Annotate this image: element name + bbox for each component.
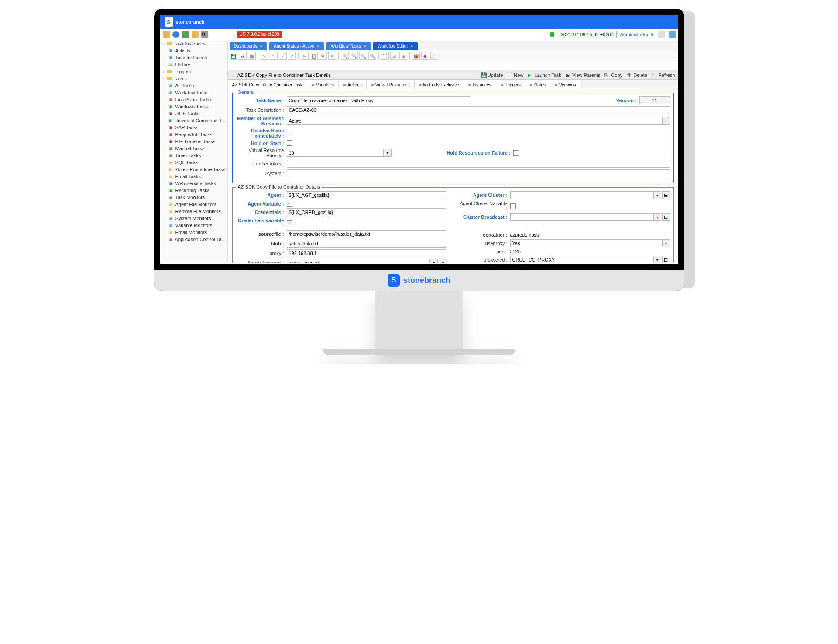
dropdown-icon[interactable]: ▾ <box>430 259 438 263</box>
picker-icon[interactable]: ⊞ <box>439 259 446 263</box>
tab-workflow-tasks[interactable]: Workflow Tasks× <box>326 42 371 50</box>
nav-task-item[interactable]: ▣All Tasks <box>160 82 227 89</box>
nav-task-inst[interactable]: ▣Task Instances <box>160 54 227 61</box>
action-update[interactable]: 💾Update <box>481 72 503 78</box>
nav-task-item[interactable]: ▣Workflow Tasks <box>160 89 227 96</box>
nav-task-item[interactable]: ▣Stored Procedure Tasks <box>160 166 227 173</box>
tb-zoomfit[interactable]: 🔍 <box>359 52 367 60</box>
nav-tasks[interactable]: −Tasks <box>160 75 227 82</box>
system-field[interactable] <box>287 169 670 177</box>
nav-task-item[interactable]: ▣Linux/Unix Tasks <box>160 96 227 103</box>
blob-field[interactable] <box>287 240 446 248</box>
tb-copy[interactable]: ⎘ <box>301 52 309 60</box>
subtab-notes[interactable]: Notes <box>525 80 550 90</box>
tb-line[interactable]: ╱ <box>279 52 287 60</box>
tb-save[interactable]: 💾 <box>230 52 237 60</box>
user-menu[interactable]: Administrator ▼ <box>620 32 655 37</box>
nav-task-item[interactable]: ▣Recurring Tasks <box>160 187 227 194</box>
action-launch[interactable]: ▶Launch Task <box>528 72 561 78</box>
tb-bundle[interactable]: ◆ <box>421 52 429 60</box>
nav-task-item[interactable]: ▣z/OS Tasks <box>160 110 227 117</box>
nav-task-item[interactable]: ▣Windows Tasks <box>160 103 227 110</box>
nav-task-item[interactable]: ▣System Monitors <box>160 215 227 222</box>
dropdown-icon[interactable]: ▾ <box>653 256 661 263</box>
subtab-actions[interactable]: Actions <box>339 80 367 90</box>
proxycred-field[interactable] <box>510 256 653 263</box>
icon-1[interactable] <box>163 31 170 38</box>
nav-task-item[interactable]: ▣Email Monitors <box>160 229 227 236</box>
picker-icon[interactable]: ⊞ <box>662 191 670 199</box>
action-parents[interactable]: ⊞View Parents <box>566 72 601 78</box>
tb-zoomout[interactable]: 🔍 <box>350 52 358 60</box>
tb-del[interactable]: ✕ <box>328 52 336 60</box>
action-new[interactable]: 📄New <box>507 72 523 78</box>
subtab-vr[interactable]: Virtual Resources <box>367 80 415 90</box>
hold-start-checkbox[interactable] <box>287 140 292 146</box>
nav-activity[interactable]: ▣Activity <box>160 47 227 54</box>
agent-field[interactable] <box>287 191 446 199</box>
close-icon[interactable]: × <box>364 44 366 48</box>
nav-task-item[interactable]: ▣Task Monitors <box>160 194 227 201</box>
member-field[interactable] <box>287 117 662 125</box>
tb-dup[interactable]: ⧉ <box>319 52 327 60</box>
agent-var-checkbox[interactable]: ✓ <box>287 201 292 207</box>
gear-icon[interactable]: ⚙ <box>201 31 208 38</box>
tb-cursor[interactable]: ↖ <box>261 52 268 60</box>
cluster-bc-field[interactable] <box>510 213 653 221</box>
nav-task-item[interactable]: ▣Application Control Ta... <box>160 236 227 243</box>
tb-fit[interactable]: ⛶ <box>381 52 389 60</box>
subtab-task[interactable]: AZ SDK Copy File to Container Task <box>228 80 308 90</box>
tb-tree[interactable]: ⊟ <box>390 52 398 60</box>
tb-paste[interactable]: 📋 <box>310 52 318 60</box>
tab-dashboards[interactable]: Dashboards× <box>230 42 267 50</box>
subtab-versions[interactable]: Versions <box>550 80 580 90</box>
subtab-instances[interactable]: Instances <box>464 80 496 90</box>
dropdown-icon[interactable]: ▾ <box>653 191 661 199</box>
task-desc-field[interactable] <box>287 106 670 114</box>
subtab-triggers[interactable]: Triggers <box>496 80 525 90</box>
resolve-checkbox[interactable] <box>287 131 292 136</box>
nav-triggers[interactable]: +Triggers <box>160 68 227 75</box>
creds-var-checkbox[interactable]: ✓ <box>287 220 292 226</box>
close-icon[interactable]: × <box>317 44 319 48</box>
tb-view[interactable]: ▦ <box>248 52 256 60</box>
tb-zoomin[interactable]: 🔍 <box>341 52 349 60</box>
nav-task-item[interactable]: ▣Timer Tasks <box>160 152 227 159</box>
azure-acc-field[interactable] <box>287 259 430 263</box>
tb-zoom100[interactable]: 🔍 <box>368 52 376 60</box>
nav-task-item[interactable]: ▣Web Service Tasks <box>160 180 227 187</box>
dropdown-icon[interactable]: ▾ <box>384 149 392 157</box>
tb-print[interactable]: 🖨 <box>239 52 247 60</box>
nav-task-item[interactable]: ▣Email Tasks <box>160 173 227 180</box>
nav-task-item[interactable]: ▣Universal Command T... <box>160 117 227 124</box>
close-icon[interactable]: × <box>260 44 262 48</box>
vr-priority-field[interactable] <box>287 149 384 157</box>
proxy-field[interactable] <box>287 249 446 257</box>
nav-task-item[interactable]: ▣SAP Tasks <box>160 124 227 131</box>
nav-task-item[interactable]: ▣PeopleSoft Tasks <box>160 131 227 138</box>
icon-4[interactable] <box>192 31 199 38</box>
tb-arrow[interactable]: ↗ <box>288 52 296 60</box>
cluster-var-checkbox[interactable] <box>510 203 516 209</box>
settings-icon[interactable] <box>669 31 676 38</box>
close-icon[interactable]: × <box>411 44 413 48</box>
tb-pkg[interactable]: 📦 <box>412 52 420 60</box>
action-delete[interactable]: 🗑Delete <box>627 72 647 78</box>
dropdown-icon[interactable]: ▾ <box>662 117 670 125</box>
nav-task-item[interactable]: ▣Agent File Monitors <box>160 201 227 208</box>
task-name-field[interactable] <box>287 96 470 104</box>
nav-task-item[interactable]: ▣Manual Tasks <box>160 145 227 152</box>
picker-icon[interactable]: ⊞ <box>662 213 670 221</box>
dropdown-icon[interactable]: ▾ <box>653 213 661 221</box>
sourcefile-field[interactable] <box>287 230 446 238</box>
nav-task-item[interactable]: ▣Remote File Monitors <box>160 208 227 215</box>
tb-doc[interactable]: 📄 <box>430 52 438 60</box>
nav-history[interactable]: 📖History <box>160 61 227 68</box>
action-copy[interactable]: ⎘Copy <box>604 72 622 78</box>
agent-cluster-field[interactable] <box>510 191 653 199</box>
tb-connect[interactable]: ⤳ <box>270 52 278 60</box>
icon-3[interactable] <box>182 31 189 38</box>
nav-task-instances[interactable]: −Task Instances <box>160 40 227 47</box>
action-refresh[interactable]: ↻Refresh <box>652 72 675 78</box>
nav-task-item[interactable]: ▣SQL Tasks <box>160 159 227 166</box>
